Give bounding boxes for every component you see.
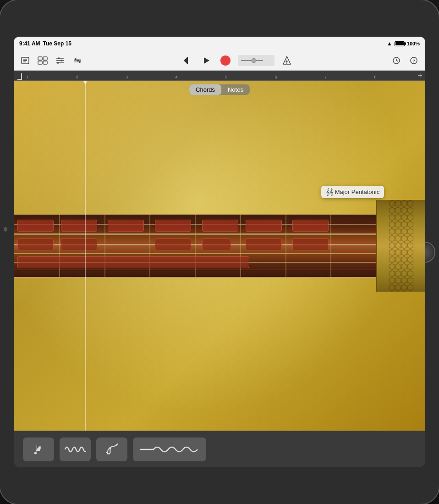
vibrato-button[interactable] (60, 438, 91, 461)
tempo-slider-icon (240, 58, 272, 63)
svg-marker-22 (204, 57, 209, 64)
toolbar-right: ? (390, 54, 421, 67)
note-block-7[interactable] (292, 220, 329, 232)
rewind-button[interactable] (180, 54, 194, 67)
help-button[interactable]: ? (407, 54, 421, 67)
pick-button[interactable]: ♩ (23, 438, 54, 461)
svg-line-30 (396, 61, 398, 61)
svg-rect-11 (58, 57, 60, 59)
toolbar-center (88, 54, 386, 67)
note-block-2[interactable] (61, 220, 97, 232)
ruler-mark-7: 7 (324, 75, 373, 79)
ipad-screen: 9:41 AM Tue Sep 15 ▲ 100% (14, 37, 425, 467)
note-block-6[interactable] (246, 220, 282, 232)
play-button[interactable] (199, 54, 213, 67)
ruler-mark-8: 8 (373, 75, 423, 79)
hex-pattern-svg (377, 200, 425, 292)
main-content: Chords Notes 𝄞𝄞 Major Pentatonic (14, 81, 425, 431)
ipad-frame: 9:41 AM Tue Sep 15 ▲ 100% (0, 0, 439, 504)
play-icon (202, 56, 210, 65)
notes-button[interactable]: Notes (221, 84, 250, 95)
battery-icon (395, 41, 405, 46)
svg-point-19 (79, 61, 81, 63)
add-track-button[interactable]: + (417, 71, 423, 80)
scale-music-icon: 𝄞𝄞 (326, 188, 333, 196)
chords-button[interactable]: Chords (189, 84, 221, 95)
chords-notes-toggle: Chords Notes (189, 84, 250, 95)
ruler-mark-1: 1 (25, 75, 75, 79)
bend-icon (104, 441, 120, 458)
tempo-display (238, 55, 274, 66)
note-block-14[interactable] (17, 256, 249, 268)
note-block-8[interactable] (17, 238, 54, 250)
note-block-3[interactable] (108, 220, 144, 232)
battery-percent: 100% (407, 41, 420, 46)
scale-label[interactable]: 𝄞𝄞 Major Pentatonic (321, 186, 384, 198)
svg-rect-12 (61, 60, 62, 61)
string-4 (14, 253, 376, 254)
note-block-4[interactable] (155, 220, 191, 232)
ruler-marks: 1 2 3 4 5 6 7 8 (14, 75, 425, 79)
record-button[interactable] (219, 54, 232, 67)
tracks-view-icon (38, 56, 48, 65)
note-block-5[interactable] (202, 220, 238, 232)
timeline-ruler: 1 2 3 4 5 6 7 8 + (14, 71, 425, 81)
new-track-button[interactable] (18, 54, 32, 67)
svg-rect-21 (187, 57, 188, 64)
svg-rect-7 (43, 61, 47, 64)
metronome-icon (283, 56, 291, 65)
svg-rect-4 (38, 57, 42, 60)
svg-rect-34 (389, 200, 413, 292)
slide-icon (140, 443, 199, 456)
side-button[interactable] (4, 227, 7, 232)
guitar-body-right (376, 200, 425, 292)
note-block-10[interactable] (155, 238, 191, 250)
eq-button[interactable] (71, 54, 84, 67)
status-time: 9:41 AM (19, 40, 40, 47)
svg-point-18 (77, 60, 79, 61)
fretboard[interactable] (14, 214, 376, 278)
ruler-mark-3: 3 (125, 75, 175, 79)
svg-point-17 (75, 58, 77, 60)
vibrato-icon (64, 443, 86, 456)
string-2 (14, 233, 376, 235)
scale-label-text: Major Pentatonic (335, 188, 380, 195)
ruler-mark-4: 4 (175, 75, 225, 79)
rewind-icon (183, 56, 191, 65)
tracks-view-button[interactable] (36, 54, 49, 67)
note-block-9[interactable] (61, 238, 97, 250)
ruler-mark-5: 5 (224, 75, 274, 79)
pick-icon: ♩ (31, 442, 46, 457)
fretboard-container[interactable] (14, 214, 425, 278)
clock-button[interactable] (390, 54, 403, 67)
status-date: Tue Sep 15 (43, 40, 71, 47)
ruler-mark-2: 2 (75, 75, 125, 79)
toolbar-left (18, 54, 84, 67)
note-block-11[interactable] (202, 238, 231, 250)
new-track-icon (21, 56, 30, 65)
svg-rect-5 (43, 57, 47, 60)
clock-icon (392, 56, 401, 65)
wifi-icon: ▲ (387, 40, 392, 47)
eq-icon (73, 56, 82, 65)
help-icon: ? (410, 56, 418, 65)
note-block-13[interactable] (292, 238, 329, 250)
guitar-area: Chords Notes 𝄞𝄞 Major Pentatonic (14, 81, 425, 431)
mixer-button[interactable] (53, 54, 67, 67)
svg-point-24 (252, 58, 256, 63)
status-bar: 9:41 AM Tue Sep 15 ▲ 100% (14, 37, 425, 50)
guitar-texture (377, 200, 425, 292)
record-icon (220, 55, 230, 66)
battery-fill (395, 42, 404, 45)
note-block-1[interactable] (17, 220, 54, 232)
toolbar: ? (14, 50, 425, 71)
playhead (85, 81, 86, 431)
slide-button[interactable] (133, 438, 206, 461)
note-block-12[interactable] (246, 238, 282, 250)
bend-button[interactable] (96, 438, 127, 461)
status-bar-left: 9:41 AM Tue Sep 15 (19, 40, 71, 47)
metronome-button[interactable] (280, 54, 294, 67)
ruler-mark-6: 6 (274, 75, 324, 79)
status-bar-right: ▲ 100% (387, 40, 420, 47)
bottom-controls: ♩ (14, 431, 425, 467)
